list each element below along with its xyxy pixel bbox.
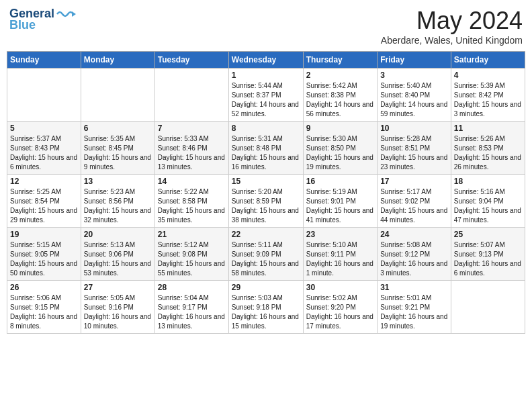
day-info: Sunrise: 5:35 AM Sunset: 8:45 PM Dayligh…: [84, 134, 152, 172]
day-info: Sunrise: 5:02 AM Sunset: 9:20 PM Dayligh…: [306, 293, 374, 331]
day-info: Sunrise: 5:11 AM Sunset: 9:09 PM Dayligh…: [232, 240, 300, 278]
calendar-cell: 2Sunrise: 5:42 AM Sunset: 8:38 PM Daylig…: [303, 68, 377, 122]
day-number: 28: [158, 283, 226, 292]
calendar-body: 1Sunrise: 5:44 AM Sunset: 8:37 PM Daylig…: [7, 68, 525, 334]
logo-wave-icon: [56, 7, 76, 21]
calendar-cell: [81, 68, 154, 122]
month-title: May 2024: [381, 7, 523, 35]
day-number: 3: [380, 71, 448, 80]
day-number: 9: [306, 124, 374, 133]
calendar-cell: 18Sunrise: 5:16 AM Sunset: 9:04 PM Dayli…: [451, 175, 525, 228]
title-area: May 2024 Aberdare, Wales, United Kingdom: [381, 7, 523, 46]
calendar-cell: 27Sunrise: 5:05 AM Sunset: 9:16 PM Dayli…: [81, 281, 154, 334]
calendar-cell: 29Sunrise: 5:03 AM Sunset: 9:18 PM Dayli…: [228, 281, 303, 334]
calendar-cell: 11Sunrise: 5:26 AM Sunset: 8:53 PM Dayli…: [451, 122, 525, 175]
calendar-cell: [7, 68, 81, 122]
day-number: 27: [84, 283, 152, 292]
weekday-header-monday: Monday: [81, 52, 154, 68]
calendar-cell: 1Sunrise: 5:44 AM Sunset: 8:37 PM Daylig…: [228, 68, 303, 122]
calendar-cell: 31Sunrise: 5:01 AM Sunset: 9:21 PM Dayli…: [378, 281, 451, 334]
day-number: 15: [232, 177, 300, 186]
day-info: Sunrise: 5:44 AM Sunset: 8:37 PM Dayligh…: [232, 81, 300, 119]
day-info: Sunrise: 5:23 AM Sunset: 8:56 PM Dayligh…: [84, 187, 152, 225]
day-number: 16: [306, 177, 374, 186]
day-number: 22: [232, 230, 300, 239]
day-number: 2: [306, 71, 374, 80]
calendar-cell: 9Sunrise: 5:30 AM Sunset: 8:50 PM Daylig…: [303, 122, 377, 175]
calendar-cell: 3Sunrise: 5:40 AM Sunset: 8:40 PM Daylig…: [378, 68, 451, 122]
calendar-cell: 8Sunrise: 5:31 AM Sunset: 8:48 PM Daylig…: [228, 122, 303, 175]
day-info: Sunrise: 5:28 AM Sunset: 8:51 PM Dayligh…: [380, 134, 448, 172]
weekday-header-sunday: Sunday: [7, 52, 81, 68]
day-number: 1: [232, 71, 300, 80]
calendar-cell: 7Sunrise: 5:33 AM Sunset: 8:46 PM Daylig…: [154, 122, 228, 175]
day-number: 6: [84, 124, 152, 133]
calendar-cell: 6Sunrise: 5:35 AM Sunset: 8:45 PM Daylig…: [81, 122, 154, 175]
calendar-cell: 30Sunrise: 5:02 AM Sunset: 9:20 PM Dayli…: [303, 281, 377, 334]
day-info: Sunrise: 5:30 AM Sunset: 8:50 PM Dayligh…: [306, 134, 374, 172]
page-header: General Blue May 2024 Aberdare, Wales, U…: [7, 7, 525, 46]
calendar-cell: 22Sunrise: 5:11 AM Sunset: 9:09 PM Dayli…: [228, 228, 303, 281]
day-info: Sunrise: 5:13 AM Sunset: 9:06 PM Dayligh…: [84, 240, 152, 278]
day-info: Sunrise: 5:08 AM Sunset: 9:12 PM Dayligh…: [380, 240, 448, 278]
day-info: Sunrise: 5:22 AM Sunset: 8:58 PM Dayligh…: [158, 187, 226, 225]
weekday-header-friday: Friday: [378, 52, 451, 68]
day-number: 23: [306, 230, 374, 239]
calendar-cell: 19Sunrise: 5:15 AM Sunset: 9:05 PM Dayli…: [7, 228, 81, 281]
day-number: 13: [84, 177, 152, 186]
day-number: 31: [380, 283, 448, 292]
day-info: Sunrise: 5:20 AM Sunset: 8:59 PM Dayligh…: [232, 187, 300, 225]
weekday-header-tuesday: Tuesday: [154, 52, 228, 68]
day-number: 26: [10, 283, 78, 292]
calendar-cell: 5Sunrise: 5:37 AM Sunset: 8:43 PM Daylig…: [7, 122, 81, 175]
day-number: 17: [380, 177, 448, 186]
day-info: Sunrise: 5:26 AM Sunset: 8:53 PM Dayligh…: [454, 134, 522, 172]
calendar-cell: 4Sunrise: 5:39 AM Sunset: 8:42 PM Daylig…: [451, 68, 525, 122]
day-number: 24: [380, 230, 448, 239]
calendar-cell: [154, 68, 228, 122]
calendar-cell: 13Sunrise: 5:23 AM Sunset: 8:56 PM Dayli…: [81, 175, 154, 228]
day-info: Sunrise: 5:16 AM Sunset: 9:04 PM Dayligh…: [454, 187, 522, 225]
calendar-cell: 21Sunrise: 5:12 AM Sunset: 9:08 PM Dayli…: [154, 228, 228, 281]
day-info: Sunrise: 5:01 AM Sunset: 9:21 PM Dayligh…: [380, 293, 448, 331]
calendar-cell: 23Sunrise: 5:10 AM Sunset: 9:11 PM Dayli…: [303, 228, 377, 281]
day-number: 4: [454, 71, 522, 80]
day-info: Sunrise: 5:42 AM Sunset: 8:38 PM Dayligh…: [306, 81, 374, 119]
day-info: Sunrise: 5:07 AM Sunset: 9:13 PM Dayligh…: [454, 240, 522, 278]
weekday-header-wednesday: Wednesday: [228, 52, 303, 68]
day-info: Sunrise: 5:17 AM Sunset: 9:02 PM Dayligh…: [380, 187, 448, 225]
day-info: Sunrise: 5:39 AM Sunset: 8:42 PM Dayligh…: [454, 81, 522, 119]
calendar-week-4: 26Sunrise: 5:06 AM Sunset: 9:15 PM Dayli…: [7, 281, 525, 334]
calendar-cell: 20Sunrise: 5:13 AM Sunset: 9:06 PM Dayli…: [81, 228, 154, 281]
day-number: 18: [454, 177, 522, 186]
calendar-cell: 26Sunrise: 5:06 AM Sunset: 9:15 PM Dayli…: [7, 281, 81, 334]
day-info: Sunrise: 5:06 AM Sunset: 9:15 PM Dayligh…: [10, 293, 78, 331]
day-number: 8: [232, 124, 300, 133]
day-number: 19: [10, 230, 78, 239]
calendar-week-1: 5Sunrise: 5:37 AM Sunset: 8:43 PM Daylig…: [7, 122, 525, 175]
day-number: 14: [158, 177, 226, 186]
weekday-header-thursday: Thursday: [303, 52, 377, 68]
day-info: Sunrise: 5:03 AM Sunset: 9:18 PM Dayligh…: [232, 293, 300, 331]
day-info: Sunrise: 5:10 AM Sunset: 9:11 PM Dayligh…: [306, 240, 374, 278]
day-info: Sunrise: 5:40 AM Sunset: 8:40 PM Dayligh…: [380, 81, 448, 119]
day-number: 29: [232, 283, 300, 292]
day-number: 20: [84, 230, 152, 239]
day-info: Sunrise: 5:25 AM Sunset: 8:54 PM Dayligh…: [10, 187, 78, 225]
calendar-week-3: 19Sunrise: 5:15 AM Sunset: 9:05 PM Dayli…: [7, 228, 525, 281]
logo-blue: Blue: [9, 18, 36, 32]
day-number: 5: [10, 124, 78, 133]
calendar-header-row: SundayMondayTuesdayWednesdayThursdayFrid…: [7, 52, 525, 68]
calendar-cell: [451, 281, 525, 334]
calendar-cell: 15Sunrise: 5:20 AM Sunset: 8:59 PM Dayli…: [228, 175, 303, 228]
day-number: 25: [454, 230, 522, 239]
day-number: 11: [454, 124, 522, 133]
calendar-cell: 10Sunrise: 5:28 AM Sunset: 8:51 PM Dayli…: [378, 122, 451, 175]
logo: General Blue: [9, 7, 76, 32]
calendar-cell: 16Sunrise: 5:19 AM Sunset: 9:01 PM Dayli…: [303, 175, 377, 228]
day-info: Sunrise: 5:37 AM Sunset: 8:43 PM Dayligh…: [10, 134, 78, 172]
day-info: Sunrise: 5:04 AM Sunset: 9:17 PM Dayligh…: [158, 293, 226, 331]
day-info: Sunrise: 5:15 AM Sunset: 9:05 PM Dayligh…: [10, 240, 78, 278]
day-number: 10: [380, 124, 448, 133]
calendar-cell: 14Sunrise: 5:22 AM Sunset: 8:58 PM Dayli…: [154, 175, 228, 228]
